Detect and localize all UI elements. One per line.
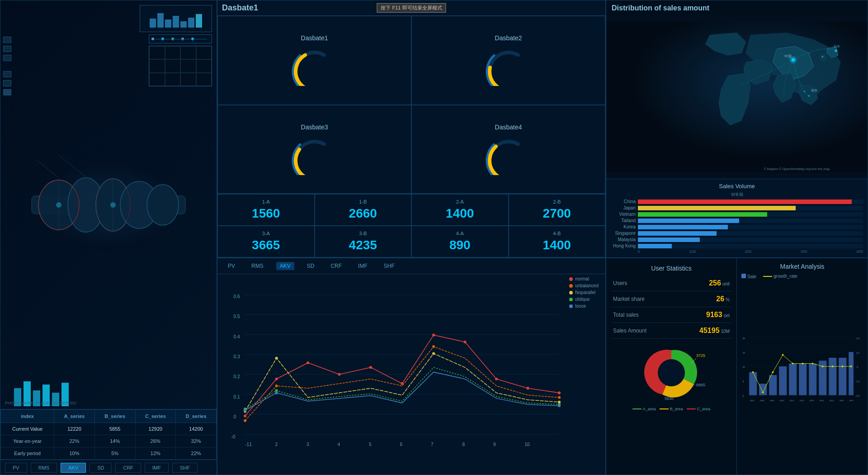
country-label-4: Korea: [611, 224, 636, 229]
tab-btn-rms[interactable]: RMS: [31, 463, 57, 473]
bar-fill-3: [638, 218, 739, 223]
num-cell-1-B: 1-B2660: [315, 194, 412, 226]
tab-btn-akv[interactable]: AKV: [61, 463, 86, 473]
line-legend-label-4: loose: [575, 304, 586, 309]
svg-text:© Mapbox © OpenStreetMap Impro: © Mapbox © OpenStreetMap Improve this ma…: [764, 167, 830, 171]
bar-fill-4: [638, 225, 728, 229]
country-label-6: Malaysia: [611, 237, 636, 242]
bar-2017: [849, 352, 854, 395]
gauge-svg-3: [481, 134, 536, 175]
svg-text:−0.2: −0.2: [855, 395, 860, 397]
chart-tab-rms[interactable]: RMS: [248, 262, 267, 270]
svg-point-14: [110, 202, 116, 208]
svg-point-57: [369, 366, 372, 369]
svg-text:2014: 2014: [820, 399, 824, 402]
svg-text:15: 15: [742, 352, 745, 354]
tab-btn-pv[interactable]: PV: [5, 463, 27, 473]
tab-btn-shf[interactable]: SHF: [172, 463, 198, 473]
cell-r2-c2: 5%: [94, 447, 135, 460]
bar-track-1: [638, 206, 863, 210]
svg-point-99: [752, 371, 754, 373]
svg-text:0.4: 0.4: [234, 334, 241, 339]
svg-text:0.3: 0.3: [234, 354, 241, 359]
svg-point-67: [558, 396, 561, 399]
svg-text:0: 0: [742, 395, 744, 397]
chart-tab-sd[interactable]: SD: [303, 262, 318, 270]
svg-text:0.2: 0.2: [856, 352, 859, 354]
svg-point-75: [244, 409, 246, 412]
num-cell-3-B: 3-B4235: [315, 226, 412, 257]
line-chart-legend: normalunbalancedNoparallelobliqueloose: [569, 276, 599, 309]
stat-unit-0: unit: [722, 281, 730, 286]
svg-text:0: 0: [857, 366, 858, 368]
cell-r0-c1: 12220: [54, 423, 95, 435]
svg-point-21: [821, 56, 823, 57]
chart-tab-imf[interactable]: IMF: [354, 262, 371, 270]
c-area-label: C_area: [697, 407, 711, 411]
bar-track-5: [638, 231, 863, 236]
bar-track-4: [638, 225, 863, 229]
svg-text:9: 9: [493, 442, 496, 447]
th-b: B_series: [94, 410, 135, 423]
sales-row-korea: Korea: [611, 224, 863, 229]
num-label-0: 1-A: [262, 199, 270, 204]
chart-tab-pv[interactable]: PV: [224, 262, 239, 270]
stat-value-group-3: 4519510M: [699, 327, 730, 335]
stat-value-2: 9163: [706, 311, 722, 318]
th-d: D_series: [176, 410, 217, 423]
svg-text:日本: 日本: [834, 45, 840, 48]
bar-2008: [759, 384, 767, 395]
svg-point-13: [56, 202, 61, 208]
chart-tab-crf[interactable]: CRF: [327, 262, 345, 270]
country-label-2: Vietnam: [611, 212, 636, 217]
num-label-7: 4-B: [553, 231, 561, 236]
chart-tab-akv[interactable]: AKV: [276, 262, 294, 270]
svg-text:0.6: 0.6: [234, 294, 241, 299]
line-legend-label-3: oblique: [575, 297, 590, 302]
stat-unit-1: %: [726, 297, 730, 302]
stat-unit-3: 10M: [721, 329, 730, 334]
chart-tab-shf[interactable]: SHF: [380, 262, 398, 270]
legend-growth: growth_rate: [763, 274, 797, 279]
svg-text:−0.1: −0.1: [855, 380, 860, 383]
dashboard: PHOTO IMAGE_PLACE_HOLDER 002 index A_ser…: [0, 0, 868, 475]
th-a: A_series: [54, 410, 95, 423]
line-legend-item-0: normal: [569, 276, 599, 281]
bar-fill-1: [638, 206, 796, 210]
gauge-title-1: Dasbate2: [495, 34, 522, 42]
line-legend-item-3: oblique: [569, 297, 599, 302]
cell-r1-c3: 26%: [135, 435, 176, 447]
stat-row-3: Sales Amount4519510M: [611, 323, 732, 339]
line-legend-item-1: unbalanced: [569, 283, 599, 288]
country-label-3: Tailand: [611, 218, 636, 223]
stat-value-group-0: 256unit: [709, 279, 730, 287]
svg-point-70: [432, 352, 435, 355]
svg-text:8: 8: [462, 442, 465, 447]
tab-btn-sd[interactable]: SD: [90, 463, 112, 473]
bar-axis-label: 100: [689, 249, 696, 254]
line-legend-dot-1: [569, 284, 573, 288]
num-label-5: 3-B: [359, 231, 367, 236]
line-legend-item-2: Noparallel: [569, 290, 599, 295]
bar-2015: [829, 358, 836, 395]
svg-text:10: 10: [524, 442, 530, 447]
machine-image: [0, 0, 217, 409]
svg-point-63: [558, 391, 561, 394]
svg-text:8865: 8865: [696, 383, 705, 387]
svg-text:6: 6: [400, 442, 402, 447]
stat-label-2: Total sales: [613, 312, 639, 318]
bar-2013: [809, 364, 816, 395]
cell-r0-c0: Current Value: [1, 423, 54, 435]
svg-text:中国: 中国: [784, 54, 792, 58]
num-value-5: 4235: [349, 238, 377, 252]
tab-btn-imf[interactable]: IMF: [145, 463, 169, 473]
tab-btn-crf[interactable]: CRF: [115, 463, 141, 473]
svg-point-53: [244, 414, 246, 417]
svg-point-19: [835, 49, 837, 52]
num-label-3: 2-B: [553, 199, 561, 204]
bar-2010: [779, 366, 787, 395]
svg-text:2: 2: [275, 442, 278, 447]
user-stat-rows: Users256unitMarket share26%Total sales91…: [611, 276, 732, 339]
num-cell-3-A: 3-A3665: [217, 226, 315, 257]
cell-r1-c2: 14%: [94, 435, 135, 447]
